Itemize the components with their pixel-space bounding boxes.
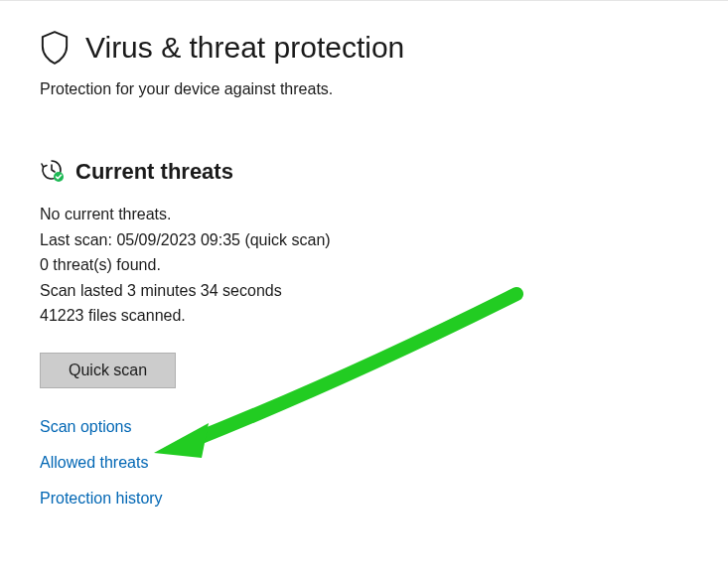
status-files-scanned: 41223 files scanned. bbox=[40, 303, 688, 329]
status-scan-duration: Scan lasted 3 minutes 34 seconds bbox=[40, 278, 688, 304]
protection-history-link[interactable]: Protection history bbox=[40, 490, 688, 508]
scan-options-link[interactable]: Scan options bbox=[40, 418, 688, 436]
status-threats-found: 0 threat(s) found. bbox=[40, 252, 688, 278]
page-header: Virus & threat protection bbox=[40, 31, 688, 65]
links-block: Scan options Allowed threats Protection … bbox=[40, 418, 688, 508]
history-check-icon bbox=[40, 158, 64, 186]
status-last-scan: Last scan: 05/09/2023 09:35 (quick scan) bbox=[40, 227, 688, 253]
section-title: Current threats bbox=[75, 159, 233, 185]
page-title: Virus & threat protection bbox=[85, 31, 404, 65]
status-no-threats: No current threats. bbox=[40, 202, 688, 227]
status-block: No current threats. Last scan: 05/09/202… bbox=[40, 202, 688, 329]
section-header: Current threats bbox=[40, 158, 688, 186]
allowed-threats-link[interactable]: Allowed threats bbox=[40, 454, 688, 472]
shield-icon bbox=[40, 31, 70, 65]
page-subtitle: Protection for your device against threa… bbox=[40, 80, 688, 98]
quick-scan-button[interactable]: Quick scan bbox=[40, 353, 176, 388]
